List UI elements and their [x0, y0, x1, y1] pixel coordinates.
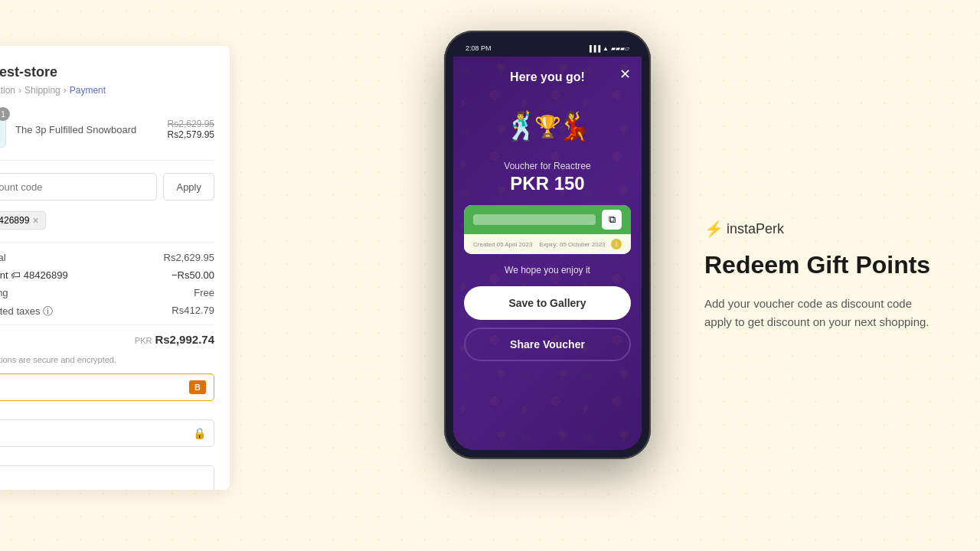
discount-code-input[interactable] — [0, 173, 157, 201]
shipping-line: Shipping Free — [0, 287, 214, 298]
taxes-label: Estimated taxes ⓘ — [0, 305, 53, 318]
product-thumbnail: 1 — [0, 111, 6, 148]
voucher-code-row: ⧉ — [464, 205, 631, 234]
modal-overlay: Here you go! ✕ 🕺 🏆 💃 Voucher for Reactre… — [453, 57, 642, 450]
instaperk-logo: ⚡ instaPerk — [704, 220, 934, 238]
modal-header: Here you go! ✕ — [453, 57, 642, 92]
phone-screen: Here you go! ✕ 🕺 🏆 💃 Voucher for Reactre… — [453, 57, 642, 450]
store-name: erk-test-store — [0, 64, 214, 80]
secure-text: Connections are secure and encrypted. — [0, 355, 214, 364]
total-value: PKRRs2,992.74 — [135, 333, 214, 346]
breadcrumb-information: Information — [0, 85, 15, 96]
price-sale: Rs2,579.95 — [168, 129, 214, 140]
voucher-info-icon[interactable]: i — [611, 239, 622, 249]
celebration-graphic: 🕺 🏆 💃 — [453, 92, 642, 161]
signal-icon: ▐▐▐ — [587, 45, 600, 52]
voucher-copy-button[interactable]: ⧉ — [602, 210, 622, 230]
apply-button[interactable]: Apply — [163, 173, 214, 201]
lock-icon: 🔒 — [193, 427, 206, 439]
price-original: Rs2,629.95 — [168, 119, 214, 129]
product-prices: Rs2,629.95 Rs2,579.95 — [168, 119, 214, 140]
voucher-meta: Created 05 April 2023 Expiry: 05 October… — [464, 234, 631, 254]
tag-value: 48426899 — [0, 215, 29, 226]
lightning-icon: ⚡ — [704, 220, 724, 238]
order-summary: Subtotal Rs2,629.95 Discount 🏷 48426899 … — [0, 242, 214, 346]
card-number-field[interactable]: 🔒 — [0, 419, 214, 447]
breadcrumb-shipping: Shipping — [24, 85, 60, 96]
shipping-label: Shipping — [0, 287, 8, 298]
instaperk-text: instaPerk — [727, 220, 784, 236]
breadcrumb-payment: Payment — [70, 85, 106, 96]
status-bar: 2:08 PM ▐▐▐ ▲ ▰▰▰▱ — [453, 40, 642, 57]
tag-row: 🏷 48426899 × — [0, 211, 214, 230]
expiry-date: Expiry: 05 October 2023 — [539, 241, 605, 248]
total-line: Total PKRRs2,992.74 — [0, 324, 214, 346]
discount-tag: 🏷 48426899 × — [0, 211, 46, 230]
status-time: 2:08 PM — [466, 44, 492, 52]
save-to-gallery-button[interactable]: Save to Gallery — [464, 286, 631, 320]
wifi-icon: ▲ — [603, 45, 609, 52]
created-date: Created 05 April 2023 — [473, 241, 532, 248]
voucher-dates: Created 05 April 2023 Expiry: 05 October… — [473, 241, 606, 248]
product-row: 1 The 3p Fulfilled Snowboard Rs2,629.95 … — [0, 111, 214, 161]
status-icons: ▐▐▐ ▲ ▰▰▰▱ — [587, 45, 629, 52]
subtotal-line: Subtotal Rs2,629.95 — [0, 252, 214, 263]
taxes-line: Estimated taxes ⓘ Rs412.79 — [0, 305, 214, 318]
voucher-for-label: Voucher for Reactree — [453, 161, 642, 171]
modal-close-button[interactable]: ✕ — [619, 67, 631, 81]
battery-icon: ▰▰▰▱ — [611, 45, 629, 52]
card-name-field[interactable] — [0, 465, 214, 490]
voucher-amount: PKR 150 — [453, 173, 642, 194]
phone-frame: 2:08 PM ▐▐▐ ▲ ▰▰▰▱ Here you go! ✕ — [444, 31, 651, 459]
subtotal-value: Rs2,629.95 — [164, 252, 215, 263]
phone-mockup: 2:08 PM ▐▐▐ ▲ ▰▰▰▱ Here you go! ✕ — [444, 31, 651, 520]
discount-line: Discount 🏷 48426899 −Rs50.00 — [0, 269, 214, 281]
discount-code-row: Apply — [0, 173, 214, 201]
discount-value: −Rs50.00 — [172, 269, 214, 281]
phone-notch — [517, 40, 578, 54]
redeem-description: Add your voucher code as discount code a… — [704, 295, 934, 331]
phone-screen-inner: Here you go! ✕ 🕺 🏆 💃 Voucher for Reactre… — [453, 57, 642, 450]
payment-field[interactable]: B — [0, 373, 214, 401]
figure-right: 💃 — [557, 110, 591, 142]
subtotal-label: Subtotal — [0, 252, 6, 263]
modal-title: Here you go! — [510, 70, 585, 84]
breadcrumb: Information › Shipping › Payment — [0, 85, 214, 96]
product-name: The 3p Fulfilled Snowboard — [15, 124, 158, 135]
discount-label: Discount 🏷 48426899 — [0, 269, 68, 281]
taxes-value: Rs412.79 — [172, 305, 214, 318]
share-voucher-button[interactable]: Share Voucher — [464, 328, 631, 361]
tag-remove-button[interactable]: × — [32, 214, 38, 227]
enjoy-text: We hope you enjoy it — [453, 265, 642, 276]
voucher-code-placeholder — [473, 214, 596, 225]
redeem-title: Redeem Gift Points — [704, 250, 934, 279]
checkout-card: erk-test-store Information › Shipping › … — [0, 46, 230, 490]
product-quantity-badge: 1 — [0, 107, 10, 121]
card-number-label: number — [0, 407, 214, 416]
brand-panel: ⚡ instaPerk Redeem Gift Points Add your … — [704, 220, 934, 331]
shipping-value: Free — [194, 287, 214, 298]
card-name-label: n card — [0, 453, 214, 462]
payment-icon-b: B — [189, 380, 206, 394]
voucher-card: ⧉ Created 05 April 2023 Expiry: 05 Octob… — [464, 205, 631, 254]
